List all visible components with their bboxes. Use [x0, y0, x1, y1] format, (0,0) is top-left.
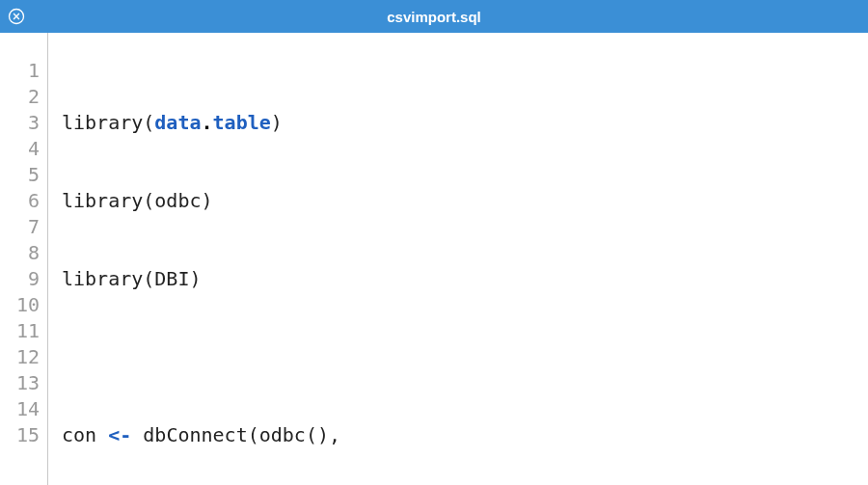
code-line [62, 344, 868, 370]
line-number: 5 [0, 162, 47, 188]
line-number: 15 [0, 422, 47, 448]
line-number: 2 [0, 84, 47, 110]
line-number: 13 [0, 370, 47, 396]
line-number: 11 [0, 318, 47, 344]
line-number: 6 [0, 188, 47, 214]
line-number: 8 [0, 240, 47, 266]
line-number: 12 [0, 344, 47, 370]
code-area[interactable]: library(data.table) library(odbc) librar… [48, 33, 868, 485]
editor: 1 2 3 4 5 6 7 8 9 10 11 12 13 14 15 libr… [0, 33, 868, 485]
close-button[interactable] [0, 0, 33, 33]
code-line: library(DBI) [62, 266, 868, 292]
line-number: 10 [0, 292, 47, 318]
file-title: csvimport.sql [0, 9, 868, 25]
line-number: 1 [0, 58, 47, 84]
line-number: 14 [0, 396, 47, 422]
code-line: con <- dbConnect(odbc(), [62, 422, 868, 448]
code-line: library(data.table) [62, 110, 868, 136]
line-number: 4 [0, 136, 47, 162]
line-number-gutter: 1 2 3 4 5 6 7 8 9 10 11 12 13 14 15 [0, 33, 48, 485]
line-number: 3 [0, 110, 47, 136]
code-line: library(odbc) [62, 188, 868, 214]
close-icon [7, 7, 26, 26]
titlebar: csvimport.sql [0, 0, 868, 33]
line-number: 7 [0, 214, 47, 240]
line-number: 9 [0, 266, 47, 292]
